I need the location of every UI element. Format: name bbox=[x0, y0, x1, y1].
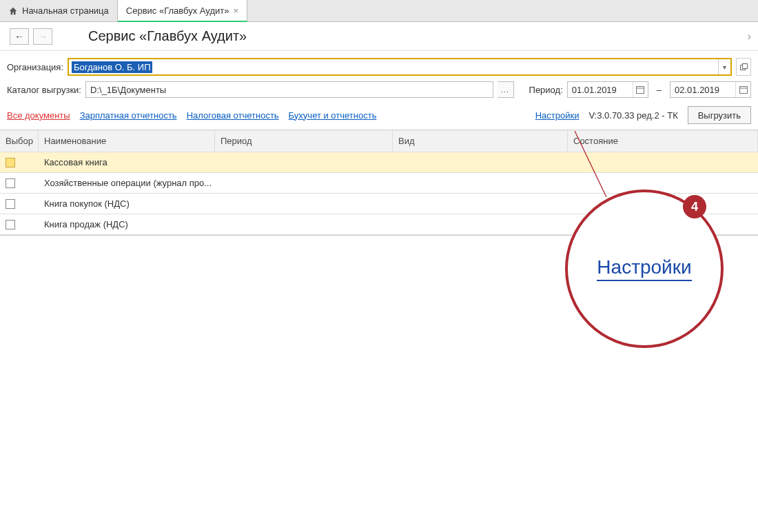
filter-payroll-link[interactable]: Зарплатная отчетность bbox=[80, 110, 177, 121]
nav-forward-button[interactable]: → bbox=[33, 28, 52, 45]
row-period bbox=[215, 173, 393, 193]
row-state bbox=[568, 173, 758, 193]
row-name: Хозяйственные операции (журнал про... bbox=[39, 173, 215, 193]
row-name: Кассовая книга bbox=[39, 152, 215, 172]
catalog-value: D:\_1Б\Документы bbox=[90, 85, 166, 95]
col-type[interactable]: Вид bbox=[393, 130, 568, 152]
svg-rect-2 bbox=[637, 87, 644, 94]
row-checkbox[interactable] bbox=[6, 199, 15, 209]
col-state[interactable]: Состояние bbox=[568, 130, 758, 152]
date-range-dash: – bbox=[653, 85, 666, 95]
calendar-icon[interactable] bbox=[735, 82, 750, 97]
table-header: Выбор Наименование Период Вид Состояние bbox=[0, 130, 758, 152]
callout-text: Настройки bbox=[597, 256, 691, 281]
tabs-bar: Начальная страница Сервис «Главбух Аудит… bbox=[0, 0, 758, 22]
row-period bbox=[215, 152, 393, 172]
date-from-value: 01.01.2019 bbox=[572, 85, 617, 95]
org-dropdown-button[interactable]: ▾ bbox=[718, 59, 730, 74]
tab-home-label: Начальная страница bbox=[22, 6, 109, 16]
row-checkbox[interactable] bbox=[6, 220, 15, 229]
org-popout-button[interactable] bbox=[736, 58, 751, 76]
row-type bbox=[393, 152, 568, 172]
tab-home[interactable]: Начальная страница bbox=[0, 0, 118, 21]
date-to-input[interactable]: 02.01.2019 bbox=[670, 81, 751, 98]
date-from-input[interactable]: 01.01.2019 bbox=[567, 81, 648, 98]
toolbar: ← → Сервис «Главбух Аудит» › bbox=[0, 22, 758, 51]
svg-rect-4 bbox=[739, 87, 747, 94]
export-button-label: Выгрузить bbox=[698, 110, 741, 121]
period-label: Период: bbox=[529, 85, 563, 95]
settings-link[interactable]: Настройки bbox=[535, 110, 580, 121]
version-text: V:3.0.70.33 ред.2 - ТК bbox=[588, 110, 677, 121]
svg-rect-1 bbox=[742, 63, 747, 68]
filter-all-link[interactable]: Все документы bbox=[7, 110, 70, 121]
col-period[interactable]: Период bbox=[215, 130, 393, 152]
row-period bbox=[215, 214, 393, 234]
export-button[interactable]: Выгрузить bbox=[688, 106, 751, 124]
row-checkbox[interactable] bbox=[6, 158, 15, 167]
tab-service-label: Сервис «Главбух Аудит» bbox=[126, 6, 229, 16]
close-icon[interactable]: × bbox=[233, 6, 238, 16]
row-type bbox=[393, 173, 568, 193]
tab-service[interactable]: Сервис «Главбух Аудит» × bbox=[118, 0, 247, 22]
table-row[interactable]: Кассовая книга bbox=[0, 152, 758, 173]
row-checkbox[interactable] bbox=[6, 178, 15, 188]
row-name: Книга продаж (НДС) bbox=[39, 214, 215, 234]
filters-row: Все документы Зарплатная отчетность Нало… bbox=[0, 103, 758, 130]
row-name: Книга покупок (НДС) bbox=[39, 194, 215, 214]
calendar-icon[interactable] bbox=[633, 82, 648, 97]
col-select[interactable]: Выбор bbox=[0, 130, 39, 152]
catalog-input[interactable]: D:\_1Б\Документы bbox=[85, 81, 493, 98]
catalog-label: Каталог выгрузки: bbox=[7, 85, 81, 95]
org-input[interactable]: Богданов О. Б. ИП bbox=[69, 59, 718, 74]
filter-acct-link[interactable]: Бухучет и отчетность bbox=[289, 110, 377, 121]
row-type bbox=[393, 214, 568, 234]
org-field-wrap: Богданов О. Б. ИП ▾ bbox=[68, 58, 732, 76]
row-type bbox=[393, 194, 568, 214]
callout-badge: 4 bbox=[683, 195, 706, 218]
row-period bbox=[215, 194, 393, 214]
col-name[interactable]: Наименование bbox=[39, 130, 215, 152]
filter-tax-link[interactable]: Налоговая отчетность bbox=[187, 110, 279, 121]
date-to-value: 02.01.2019 bbox=[675, 85, 719, 95]
form-area: Организация: Богданов О. Б. ИП ▾ Каталог… bbox=[0, 51, 758, 98]
nav-back-button[interactable]: ← bbox=[10, 28, 29, 45]
chevron-right-icon[interactable]: › bbox=[748, 30, 751, 43]
org-label: Организация: bbox=[7, 62, 63, 72]
home-icon bbox=[8, 6, 18, 16]
org-input-value: Богданов О. Б. ИП bbox=[72, 61, 152, 73]
catalog-browse-button[interactable]: ... bbox=[498, 81, 514, 98]
row-state bbox=[568, 152, 758, 172]
page-title: Сервис «Главбух Аудит» bbox=[88, 28, 247, 44]
